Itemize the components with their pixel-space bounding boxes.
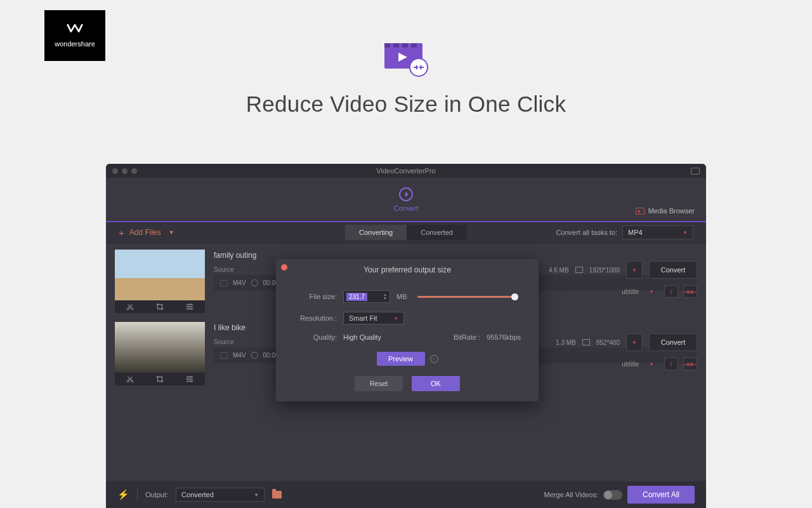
output-folder-value: Converted — [181, 491, 214, 498]
format-text: M4V — [233, 352, 246, 359]
thumb-toolbar — [115, 373, 205, 385]
convert-icon — [399, 187, 413, 201]
source-label: Source — [214, 266, 239, 273]
filesize-label: File size: — [294, 293, 337, 300]
convert-button[interactable]: Convert — [649, 333, 697, 351]
tab-converted[interactable]: Converted — [407, 225, 467, 240]
hero-title: Reduce Video Size in One Click — [0, 91, 812, 117]
clock-icon — [251, 279, 258, 286]
output-format-dropdown[interactable]: MP4 ▼ — [622, 225, 693, 239]
effects-icon[interactable] — [185, 375, 194, 384]
hero-section: Reduce Video Size in One Click — [0, 39, 812, 117]
bitrate-label: BitRate : — [454, 333, 480, 341]
tab-convert[interactable]: Convert — [394, 187, 419, 212]
open-folder-button[interactable] — [272, 491, 282, 498]
compress-button[interactable]: ⇥⇤ — [683, 358, 697, 370]
resolution-text: 1920*1080 — [589, 267, 620, 274]
quality-label: Quality: — [294, 333, 337, 341]
video-thumbnail[interactable] — [115, 322, 205, 373]
scissors-icon[interactable] — [126, 302, 134, 311]
info-button[interactable]: i — [664, 358, 678, 370]
chevron-down-icon: ▼ — [394, 316, 398, 321]
media-browser-icon — [636, 208, 645, 215]
svg-rect-1 — [384, 43, 390, 48]
add-files-label: Add Files — [129, 228, 161, 237]
resolution-text: 852*480 — [596, 339, 620, 346]
window-title: VideoConverterPro — [376, 167, 435, 175]
dialog-title: Your preferred output size — [276, 259, 539, 286]
convert-all-button[interactable]: Convert All — [627, 486, 695, 504]
output-label: Output: — [145, 491, 168, 498]
compress-button[interactable]: ⇥⇤ — [683, 285, 697, 298]
output-folder-dropdown[interactable]: Converted ▼ — [176, 488, 265, 502]
svg-point-10 — [187, 306, 189, 308]
svg-point-9 — [190, 304, 192, 305]
convert-all-label: Convert all tasks to: — [556, 229, 617, 236]
info-button[interactable]: i — [664, 285, 678, 298]
close-button[interactable] — [281, 264, 287, 271]
crop-icon[interactable] — [155, 302, 164, 311]
resolution-icon — [582, 339, 590, 345]
svg-point-14 — [190, 376, 192, 378]
format-icon — [220, 280, 228, 286]
resolution-icon — [575, 267, 583, 273]
subtitle-text: ubtitle — [622, 361, 639, 368]
resolution-dropdown[interactable]: Smart Fit ▼ — [343, 312, 404, 324]
file-title: family outing — [214, 251, 697, 260]
clock-icon — [251, 352, 258, 359]
thumb-toolbar — [115, 300, 205, 313]
info-icon[interactable]: i — [430, 355, 438, 363]
resolution-value: Smart Fit — [349, 314, 377, 322]
plus-icon: + — [119, 227, 124, 238]
filesize-input[interactable]: 231.7 ▲▼ — [343, 290, 390, 303]
svg-rect-2 — [393, 43, 399, 48]
convert-all-to: Convert all tasks to: MP4 ▼ — [556, 225, 693, 239]
video-thumbnail[interactable] — [115, 250, 205, 300]
add-files-button[interactable]: + Add Files ▼ — [119, 227, 174, 238]
output-preset-dropdown[interactable]: ▼ — [626, 261, 643, 279]
format-value: MP4 — [628, 229, 643, 236]
convert-button[interactable]: Convert — [649, 261, 697, 279]
merge-toggle[interactable] — [603, 490, 622, 500]
svg-point-11 — [191, 308, 193, 310]
wondershare-icon — [67, 23, 83, 36]
window-controls[interactable] — [112, 168, 137, 174]
status-tabs: Converting Converted — [345, 225, 467, 240]
chevron-down-icon: ▼ — [254, 492, 259, 498]
convert-label: Convert — [394, 204, 419, 212]
chevron-down-icon: ▼ — [169, 229, 174, 236]
effects-icon[interactable] — [185, 302, 194, 311]
file-size: 1.3 MB — [556, 339, 576, 346]
slider-thumb[interactable] — [511, 293, 518, 300]
chat-icon[interactable] — [691, 168, 700, 175]
titlebar: VideoConverterPro — [106, 164, 706, 178]
toolbar: + Add Files ▼ Converting Converted Conve… — [106, 222, 706, 243]
output-size-dialog: Your preferred output size File size: 23… — [276, 259, 539, 401]
reset-button[interactable]: Reset — [355, 376, 403, 391]
stepper-icon[interactable]: ▲▼ — [383, 293, 387, 300]
media-browser-label: Media Browser — [648, 207, 695, 215]
divider — [137, 488, 138, 501]
chevron-down-icon: ▼ — [683, 230, 688, 236]
svg-point-16 — [191, 380, 193, 382]
subtitle-dropdown[interactable]: ▼ — [644, 358, 659, 370]
bottom-bar: ⚡ Output: Converted ▼ Merge All Videos: … — [106, 481, 706, 508]
svg-point-15 — [187, 378, 189, 380]
scissors-icon[interactable] — [126, 375, 134, 384]
filesize-value: 231.7 — [346, 293, 367, 301]
app-window: VideoConverterPro Convert Media Browser … — [106, 164, 706, 508]
output-preset-dropdown[interactable]: ▼ — [626, 333, 643, 351]
bitrate-value: 95576kbps — [487, 333, 521, 341]
crop-icon[interactable] — [155, 375, 164, 384]
ok-button[interactable]: OK — [412, 376, 460, 391]
filesize-slider[interactable] — [417, 296, 518, 298]
subtitle-dropdown[interactable]: ▼ — [644, 285, 659, 298]
gpu-accel-icon[interactable]: ⚡ — [117, 489, 129, 500]
source-label: Source — [214, 338, 239, 345]
preview-button[interactable]: Preview — [377, 352, 425, 366]
quality-value: High Quality — [343, 333, 381, 341]
format-text: M4V — [233, 279, 246, 286]
tab-converting[interactable]: Converting — [345, 225, 407, 240]
mb-unit: MB — [396, 293, 407, 300]
media-browser-button[interactable]: Media Browser — [636, 207, 695, 215]
